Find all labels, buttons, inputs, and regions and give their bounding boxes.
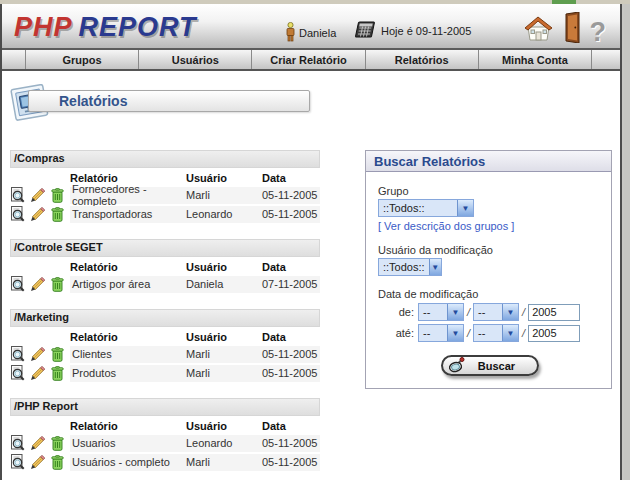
page-title-bar: Relatórios bbox=[28, 90, 310, 112]
delete-report-icon[interactable] bbox=[51, 455, 64, 470]
content-area: Relatórios /Compras Relatório Usuário Da… bbox=[2, 71, 620, 480]
group-filter-select[interactable]: ::Todos:: ▼ bbox=[378, 199, 474, 217]
app-logo: PHPREPORT bbox=[14, 12, 197, 43]
date-to-row: até: -- ▼ / -- ▼ / bbox=[378, 324, 601, 342]
nav-item-criar-relatorio[interactable]: Criar Relatório bbox=[252, 50, 365, 69]
date-to-day-select[interactable]: -- ▼ bbox=[418, 324, 464, 342]
group-filter-value: ::Todos:: bbox=[379, 200, 457, 216]
date-from-row: de: -- ▼ / -- ▼ / bbox=[378, 303, 601, 321]
table-row: Usuarios Leonardo 05-11-2005 bbox=[10, 434, 320, 452]
date-separator: / bbox=[467, 306, 470, 318]
magnifier-icon bbox=[447, 355, 467, 375]
user-filter-select[interactable]: ::Todos:: ▼ bbox=[378, 258, 442, 276]
logout-door-icon[interactable] bbox=[563, 12, 582, 47]
group-description-link[interactable]: [ Ver descrição dos grupos ] bbox=[378, 220, 601, 232]
view-report-icon[interactable] bbox=[10, 435, 25, 451]
delete-report-icon[interactable] bbox=[51, 347, 64, 362]
edit-report-icon[interactable] bbox=[30, 188, 46, 203]
col-header-report: Relatório bbox=[70, 331, 186, 343]
delete-report-icon[interactable] bbox=[51, 277, 64, 292]
row-data: Fornecedores - completo Marli 05-11-2005 bbox=[70, 187, 320, 204]
nav-item-usuarios[interactable]: Usuários bbox=[139, 50, 252, 69]
edit-report-icon[interactable] bbox=[30, 277, 46, 292]
row-data: Artigos por área Daniela 07-11-2005 bbox=[70, 276, 320, 293]
edit-report-icon[interactable] bbox=[30, 347, 46, 362]
date-from-month-select[interactable]: -- ▼ bbox=[473, 303, 519, 321]
table-row: Produtos Marli 05-11-2005 bbox=[10, 364, 320, 382]
user-filter-value: ::Todos:: bbox=[379, 259, 429, 275]
date-to-month-select[interactable]: -- ▼ bbox=[473, 324, 519, 342]
report-name: Usuarios bbox=[70, 437, 186, 449]
report-user: Marli bbox=[186, 367, 262, 379]
row-data: Transportadoras Leonardo 05-11-2005 bbox=[70, 206, 320, 223]
edit-report-icon[interactable] bbox=[30, 207, 46, 222]
nav-items: Grupos Usuários Criar Relatório Relatóri… bbox=[25, 50, 592, 69]
current-date: Hoje é 09-11-2005 bbox=[354, 20, 471, 41]
group-name: /PHP Report bbox=[10, 398, 320, 416]
report-date: 07-11-2005 bbox=[262, 278, 320, 290]
nav-item-relatorios[interactable]: Relatórios bbox=[366, 50, 479, 69]
report-name: Artigos por área bbox=[70, 278, 186, 290]
col-header-date: Data bbox=[262, 420, 320, 432]
col-header-report: Relatório bbox=[70, 172, 186, 184]
report-user: Leonardo bbox=[186, 437, 262, 449]
delete-report-icon[interactable] bbox=[51, 207, 64, 222]
edit-report-icon[interactable] bbox=[30, 455, 46, 470]
report-group: /Controle SEGET Relatório Usuário Data bbox=[10, 239, 320, 293]
nav-item-grupos[interactable]: Grupos bbox=[26, 50, 139, 69]
view-report-icon[interactable] bbox=[10, 276, 25, 292]
date-to-month-value: -- bbox=[474, 325, 502, 341]
report-date: 05-11-2005 bbox=[262, 189, 320, 201]
row-actions bbox=[10, 435, 70, 451]
row-actions bbox=[10, 365, 70, 381]
report-date: 05-11-2005 bbox=[262, 437, 320, 449]
view-report-icon[interactable] bbox=[10, 187, 25, 203]
table-row: Clientes Marli 05-11-2005 bbox=[10, 345, 320, 363]
group-table-head: Relatório Usuário Data bbox=[10, 258, 320, 275]
delete-report-icon[interactable] bbox=[51, 366, 64, 381]
group-table-head: Relatório Usuário Data bbox=[10, 417, 320, 434]
col-header-date: Data bbox=[262, 331, 320, 343]
view-report-icon[interactable] bbox=[10, 454, 25, 470]
date-from-day-select[interactable]: -- ▼ bbox=[418, 303, 464, 321]
calendar-icon bbox=[354, 20, 377, 41]
group-name: /Marketing bbox=[10, 309, 320, 327]
logo-php: PHP bbox=[14, 12, 73, 42]
table-row: Fornecedores - completo Marli 05-11-2005 bbox=[10, 186, 320, 204]
report-name: Produtos bbox=[70, 367, 186, 379]
chevron-down-icon: ▼ bbox=[457, 200, 473, 216]
chevron-down-icon: ▼ bbox=[502, 304, 518, 320]
date-from-year-input[interactable] bbox=[528, 304, 580, 321]
chevron-down-icon: ▼ bbox=[429, 259, 441, 275]
view-report-icon[interactable] bbox=[10, 365, 25, 381]
report-date: 05-11-2005 bbox=[262, 348, 320, 360]
search-button[interactable]: Buscar bbox=[441, 355, 539, 376]
delete-report-icon[interactable] bbox=[51, 436, 64, 451]
group-rows: Clientes Marli 05-11-2005 bbox=[10, 345, 320, 382]
user-icon bbox=[285, 22, 296, 44]
view-report-icon[interactable] bbox=[10, 346, 25, 362]
report-user: Daniela bbox=[186, 278, 262, 290]
edit-report-icon[interactable] bbox=[30, 366, 46, 381]
help-icon[interactable]: ? bbox=[590, 17, 607, 47]
edit-report-icon[interactable] bbox=[30, 436, 46, 451]
home-icon[interactable] bbox=[522, 14, 555, 47]
report-user: Marli bbox=[186, 456, 262, 468]
date-to-year-input[interactable] bbox=[528, 325, 580, 342]
col-header-user: Usuário bbox=[186, 172, 262, 184]
report-user: Marli bbox=[186, 348, 262, 360]
report-date: 05-11-2005 bbox=[262, 456, 320, 468]
view-report-icon[interactable] bbox=[10, 206, 25, 222]
report-group: /PHP Report Relatório Usuário Data bbox=[10, 398, 320, 471]
search-panel: Buscar Relatórios Grupo ::Todos:: ▼ [ Ve… bbox=[365, 150, 612, 389]
group-table-head: Relatório Usuário Data bbox=[10, 328, 320, 345]
main-nav: Grupos Usuários Criar Relatório Relatóri… bbox=[2, 50, 620, 71]
delete-report-icon[interactable] bbox=[51, 188, 64, 203]
row-data: Usuários - completo Marli 05-11-2005 bbox=[70, 454, 320, 471]
report-group: /Marketing Relatório Usuário Data bbox=[10, 309, 320, 382]
table-row: Transportadoras Leonardo 05-11-2005 bbox=[10, 205, 320, 223]
report-name: Transportadoras bbox=[70, 208, 186, 220]
date-from-label: de: bbox=[378, 306, 414, 318]
nav-item-minha-conta[interactable]: Minha Conta bbox=[479, 50, 592, 69]
page-title: Relatórios bbox=[59, 93, 127, 109]
